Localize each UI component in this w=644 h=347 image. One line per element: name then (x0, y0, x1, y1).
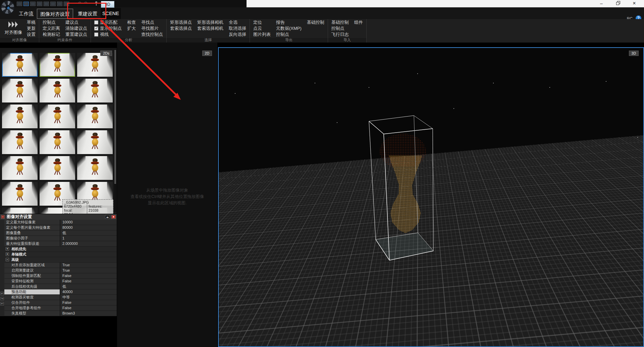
image-thumbnail[interactable] (77, 130, 113, 154)
ribbon-button[interactable]: 图片列表 (253, 31, 271, 38)
property-value[interactable]: 低 (60, 284, 117, 289)
property-row[interactable]: 失真模型 Brown3 (4, 311, 117, 316)
ribbon-button[interactable]: 清除建议点 (65, 25, 87, 31)
restore-button[interactable] (610, 0, 626, 7)
property-row[interactable]: 图像重叠 低 (4, 230, 117, 236)
property-value[interactable]: True (60, 263, 117, 268)
ribbon-button[interactable]: 元数据(XMP) (276, 25, 302, 31)
close-button[interactable]: × (627, 0, 642, 7)
panel-collapse-icon[interactable]: − (1, 215, 5, 219)
ribbon-button[interactable]: 控制点 (276, 31, 302, 38)
layout-two-pane-icon[interactable] (23, 2, 29, 6)
viewport-3d[interactable]: 3D (218, 47, 644, 347)
ribbon-button[interactable]: 飞行日志 (331, 31, 349, 38)
ribbon-button[interactable]: 组件 (354, 19, 363, 25)
tab-workflow[interactable]: 工作流 (16, 9, 36, 19)
property-row[interactable]: +相机优先 (4, 247, 117, 252)
ribbon-button[interactable]: 更新 (27, 25, 36, 31)
image-thumbnail[interactable] (2, 79, 38, 102)
ribbon-button[interactable]: 报告 (276, 19, 302, 25)
property-value[interactable]: False (60, 305, 117, 310)
property-row[interactable]: 最大特征重投影误差 2.000000 (4, 241, 117, 247)
property-row[interactable]: 后台线程优先级 低 (4, 284, 117, 289)
expander-icon[interactable]: + (6, 247, 9, 251)
image-thumbnail[interactable] (77, 105, 113, 128)
panel-close-icon[interactable]: × (111, 215, 116, 219)
property-row[interactable]: 预选功能 40000 (4, 289, 117, 295)
property-value[interactable]: 1 (60, 236, 117, 241)
reconstruction-region-box[interactable] (219, 48, 644, 347)
property-row[interactable]: 定义每个图片最大特征像素 80000 (4, 225, 117, 230)
panel-float-icon[interactable]: ◂▸ (105, 215, 110, 219)
image-thumbnail[interactable] (77, 79, 113, 102)
property-value[interactable]: 40000 (60, 289, 117, 294)
ribbon-checkbox[interactable]: 显示匹配 (94, 19, 122, 25)
ribbon-checkbox[interactable]: 视线 (94, 31, 122, 38)
property-value[interactable]: 中等 (60, 295, 117, 300)
ribbon-button[interactable]: 定义距离 (43, 25, 60, 31)
property-value[interactable]: False (60, 273, 117, 278)
image-thumbnail[interactable] (2, 208, 38, 214)
layout-grid-left-icon[interactable] (44, 2, 49, 6)
ribbon-button[interactable]: 寻找图片 (141, 25, 163, 31)
ribbon-button[interactable]: 全选 (229, 19, 246, 25)
ribbon-button[interactable]: 点云 (253, 25, 271, 31)
thumbnail-scrollbar[interactable] (114, 49, 116, 212)
image-thumbnail[interactable] (40, 79, 75, 102)
image-thumbnail[interactable] (40, 130, 75, 154)
dock-down-button[interactable]: ↩ (0, 302, 4, 305)
property-row[interactable]: 合并地理参考组件 False (4, 305, 117, 311)
property-row[interactable]: 检测器灵敏度 中等 (4, 295, 117, 300)
ribbon-button[interactable]: 寻找点 (141, 19, 163, 25)
property-value[interactable]: 10000 (60, 220, 117, 225)
ribbon-button[interactable]: 套索选择点 (170, 25, 192, 31)
ribbon-button[interactable]: 矩形选择点 (170, 19, 192, 25)
image-thumbnail[interactable] (2, 130, 38, 154)
ribbon-button[interactable]: 定位 (253, 19, 271, 25)
ribbon-button[interactable]: 基础控制 (307, 19, 324, 25)
property-value[interactable]: 2.000000 (60, 241, 117, 246)
image-thumbnail[interactable] (2, 53, 38, 77)
ribbon-button[interactable]: 查找控制点 (141, 31, 163, 38)
ribbon-button[interactable]: 取消选择 (229, 25, 246, 31)
expander-icon[interactable]: + (6, 253, 9, 256)
image-thumbnail[interactable] (40, 53, 75, 77)
property-row[interactable]: 强制组件重新匹配 False (4, 273, 117, 279)
image-thumbnail[interactable] (2, 156, 38, 180)
expander-icon[interactable]: − (6, 258, 9, 261)
image-thumbnail[interactable] (77, 53, 113, 77)
property-value[interactable]: False (60, 279, 117, 284)
dock-left-button[interactable]: ↩ (0, 292, 4, 295)
property-row[interactable]: 启用测量建议 True (4, 268, 117, 273)
ribbon-button[interactable]: 套索选择相机 (197, 25, 223, 31)
layout-split-horizontal-icon[interactable] (37, 2, 42, 6)
ribbon-button[interactable]: 建议点 (65, 19, 87, 25)
property-value[interactable]: False (60, 300, 117, 305)
layout-three-pane-icon[interactable] (57, 2, 62, 6)
ribbon-button[interactable]: 控制点 (43, 19, 60, 25)
ribbon-button[interactable]: 检测标记 (43, 31, 60, 38)
image-thumbnail[interactable] (2, 105, 38, 128)
image-thumbnail[interactable] (77, 156, 113, 180)
property-value[interactable]: 80000 (60, 225, 117, 230)
layout-grid-icon[interactable] (50, 2, 56, 6)
property-row[interactable]: −高级 (4, 257, 117, 263)
ribbon-button[interactable]: 草稿 (27, 19, 36, 25)
property-row[interactable]: 对齐后添加重建区域 True (4, 263, 117, 268)
property-value[interactable]: Brown3 (60, 311, 117, 316)
ribbon-button[interactable]: 控制点 (331, 25, 349, 31)
image-thumbnail[interactable] (2, 182, 38, 206)
ribbon-button[interactable]: 基础控制 (331, 19, 349, 25)
ribbon-button[interactable]: 矩形选择相机 (197, 19, 223, 25)
ribbon-button[interactable]: 反向选择 (229, 31, 246, 38)
align-images-button[interactable]: 对齐图像 (3, 19, 23, 37)
minimize-button[interactable]: – (594, 0, 609, 7)
layout-single-icon[interactable] (17, 2, 22, 6)
ribbon-checkbox[interactable]: 显示控制点 (94, 25, 122, 31)
property-row[interactable]: 图像缩小因子 1 (4, 236, 117, 241)
property-value[interactable]: True (60, 268, 117, 273)
property-value[interactable]: 低 (60, 230, 117, 235)
image-thumbnail[interactable] (40, 156, 75, 180)
ribbon-button[interactable]: 扩大 (127, 25, 136, 31)
property-row[interactable]: +单辐模式 (4, 252, 117, 257)
